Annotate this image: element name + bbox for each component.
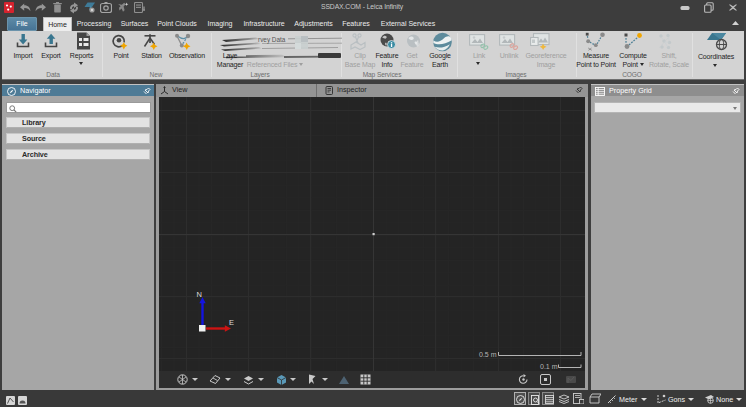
- svg-text:N: N: [197, 290, 202, 299]
- svg-text:0.5 m: 0.5 m: [479, 351, 497, 358]
- svg-text:rvey Data: rvey Data: [258, 36, 286, 44]
- svg-text:E: E: [229, 318, 234, 327]
- svg-text:0.1 m: 0.1 m: [540, 363, 558, 370]
